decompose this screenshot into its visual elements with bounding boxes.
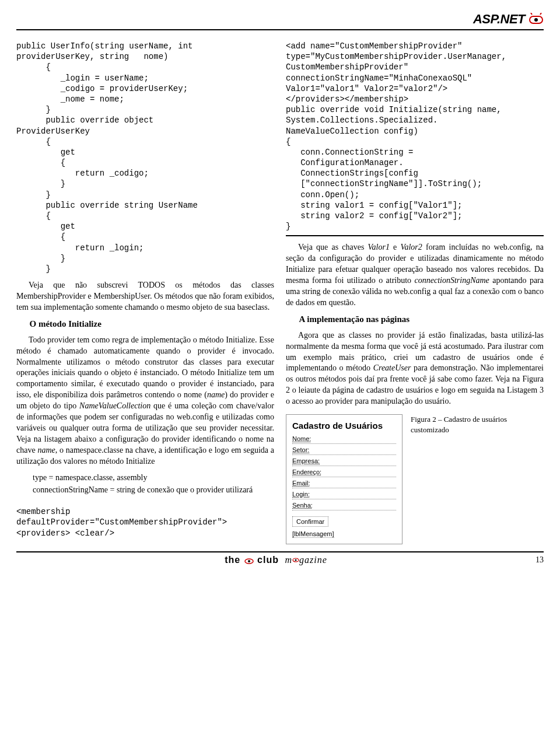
form-row: Endereço: (292, 468, 396, 477)
form-label: Login: (292, 491, 310, 498)
form-row: Senha: (292, 502, 396, 510)
paragraph: Todo provider tem como regra de implemen… (16, 335, 274, 467)
form-label: Senha: (292, 502, 313, 509)
figure-caption: Figura 2 – Cadastro de usuários customiz… (411, 414, 516, 435)
svg-point-7 (295, 559, 297, 561)
form-row: Nome: (292, 435, 396, 444)
eye-icon (244, 557, 254, 565)
form-label: Empresa: (292, 457, 320, 464)
config-line: connectionStringName = string de conexão… (16, 485, 274, 496)
italic-term: Valor1 (368, 243, 390, 251)
form-row: Setor: (292, 446, 396, 455)
code-block-provider-config: <add name="CustomMembershipProvider" typ… (286, 41, 544, 236)
text: , o namespace.classe na chave, a identif… (16, 446, 274, 466)
brand-the: the (225, 555, 240, 565)
form-row: Login: (292, 491, 396, 499)
italic-term: CreateUser (373, 363, 411, 372)
paragraph: Veja que não subscrevi TODOS os métodos … (16, 280, 274, 313)
paragraph: Agora que as classes no provider já estã… (286, 330, 544, 407)
header: ASP.NET (16, 12, 544, 30)
content-columns: public UserInfo(string userName, int pro… (16, 41, 544, 544)
message-label: [lblMensagem] (292, 530, 334, 538)
brand-club: club (257, 555, 279, 565)
logo-icon (528, 13, 544, 26)
form-title: Cadastro de Usuários (292, 421, 396, 431)
code-block-membership: <membership defaultProvider="CustomMembe… (16, 506, 274, 538)
footer-brand: the club mgazine (16, 555, 536, 565)
text: Todo provider tem como regra de implemen… (16, 335, 274, 399)
form-mockup: Cadastro de Usuários Nome: Setor: Empres… (286, 414, 402, 544)
config-line: type = namespace.classe, assembly (33, 473, 274, 484)
text: Veja que as chaves (298, 243, 368, 251)
italic-term: connectionStringName (415, 276, 489, 285)
form-row: Empresa: (292, 457, 396, 466)
code-block-userinfo: public UserInfo(string userName, int pro… (16, 41, 274, 274)
svg-line-2 (531, 13, 532, 15)
footer: the club mgazine 13 (16, 551, 544, 565)
form-label: Setor: (292, 446, 309, 453)
svg-line-3 (540, 13, 541, 15)
section-label: ASP.NET (473, 12, 525, 27)
form-label: Nome: (292, 435, 311, 442)
eye-icon (292, 557, 299, 564)
figure-block: Cadastro de Usuários Nome: Setor: Empres… (286, 414, 544, 544)
text: e (390, 243, 401, 251)
italic-term: name (207, 390, 225, 399)
svg-point-5 (248, 560, 250, 562)
italic-term: Valor2 (400, 243, 422, 251)
italic-term: name (37, 446, 55, 454)
section-heading: O método Initialize (16, 319, 274, 329)
svg-point-1 (534, 18, 538, 22)
right-column: <add name="CustomMembershipProvider" typ… (286, 41, 544, 544)
confirm-button[interactable]: Confirmar (292, 516, 328, 527)
italic-term: NameValueCollection (79, 401, 150, 410)
section-heading: A implementação nas páginas (286, 314, 544, 324)
left-column: public UserInfo(string userName, int pro… (16, 41, 274, 544)
page-number: 13 (536, 555, 544, 565)
form-label: Endereço: (292, 468, 321, 475)
form-label: Email: (292, 480, 310, 487)
paragraph: Veja que as chaves Valor1 e Valor2 foram… (286, 242, 544, 308)
form-row: Email: (292, 480, 396, 488)
